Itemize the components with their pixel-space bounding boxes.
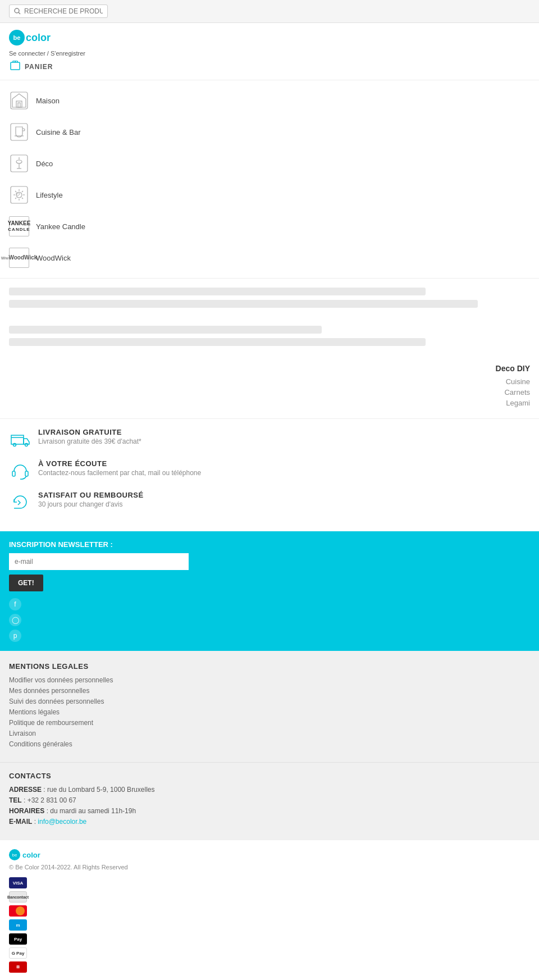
sidebar-item-maison[interactable]: Maison <box>0 85 539 116</box>
footer-link-livraison[interactable]: Livraison <box>9 730 530 737</box>
svg-rect-2 <box>11 62 20 70</box>
logo-circle: be <box>9 30 25 45</box>
feature-title-satisfait: SATISFAIT OU REMBOURSÉ <box>38 491 144 499</box>
svg-point-0 <box>15 8 19 13</box>
newsletter-section: INSCRIPTION NEWSLETTER : GET! f ◯ p <box>0 531 539 651</box>
svg-line-19 <box>15 191 16 192</box>
footer-link-conditions[interactable]: Conditions générales <box>9 740 530 748</box>
search-icon <box>14 8 21 15</box>
bottom-logo: be color <box>9 849 530 860</box>
search-input[interactable] <box>24 7 103 15</box>
svg-line-20 <box>22 198 23 199</box>
footer-legal: MENTIONS LEGALES Modifier vos données pe… <box>0 651 539 762</box>
newsletter-email-input[interactable] <box>9 553 189 570</box>
nav-label-cuisine: Cuisine & Bar <box>36 128 80 136</box>
svg-point-24 <box>25 444 28 446</box>
top-bar <box>0 0 539 23</box>
svg-rect-6 <box>11 124 28 140</box>
logo[interactable]: be color <box>9 30 530 45</box>
svg-point-29 <box>16 906 25 915</box>
home-icon <box>9 90 29 111</box>
footer-legal-title: MENTIONS LEGALES <box>9 662 530 671</box>
svg-line-1 <box>19 12 20 14</box>
payment-maestro: m <box>9 919 27 931</box>
placeholder-bar-2 <box>9 300 478 308</box>
svg-rect-5 <box>18 103 20 107</box>
feature-desc-livraison: Livraison gratuite dès 39€ d'achat* <box>38 437 141 445</box>
svg-line-21 <box>22 191 23 192</box>
contact-address: ADRESSE : rue du Lombard 5-9, 1000 Bruxe… <box>9 786 530 794</box>
woodwick-logo-icon: WwWoodWick <box>9 248 29 268</box>
svg-rect-26 <box>12 471 15 476</box>
footer-link-mes-donnees[interactable]: Mes données personnelles <box>9 687 530 695</box>
feature-title-livraison: LIVRAISON GRATUITE <box>38 428 141 436</box>
sidebar-item-lifestyle[interactable]: Lifestyle <box>0 179 539 211</box>
footer-link-suivi[interactable]: Suivi des données personnelles <box>9 698 530 705</box>
payment-applepay: Pay <box>9 933 27 945</box>
contact-email: E-MAIL : info@becolor.be <box>9 818 530 826</box>
feature-satisfait: SATISFAIT OU REMBOURSÉ 30 jours pour cha… <box>9 491 530 513</box>
deco-diy-link-legami[interactable]: Legami <box>9 399 530 407</box>
cup-icon <box>9 122 29 142</box>
instagram-icon[interactable]: ◯ <box>9 614 21 626</box>
feature-text-satisfait: SATISFAIT OU REMBOURSÉ 30 jours pour cha… <box>38 491 144 508</box>
nav-label-lifestyle: Lifestyle <box>36 191 63 199</box>
sidebar-item-yankee[interactable]: YANKEECANDLE Yankee Candle <box>0 211 539 242</box>
svg-rect-4 <box>16 101 22 107</box>
footer-link-mentions[interactable]: Mentions légales <box>9 708 530 716</box>
cart-label: PANIER <box>25 63 53 71</box>
payment-bancontact: Bancontact <box>9 891 27 902</box>
return-icon <box>9 491 31 513</box>
footer-link-politique[interactable]: Politique de remboursement <box>9 719 530 727</box>
sidebar-item-cuisine-bar[interactable]: Cuisine & Bar <box>0 116 539 148</box>
pinterest-icon[interactable]: p <box>9 630 21 642</box>
cart-row[interactable]: PANIER <box>9 61 530 73</box>
svg-rect-27 <box>25 471 28 476</box>
login-link[interactable]: Se connecter / S'enregistrer <box>9 49 530 57</box>
features-section: LIVRAISON GRATUITE Livraison gratuite dè… <box>0 418 539 531</box>
contact-horaires: HORAIRES : du mardi au samedi 11h-19h <box>9 807 530 815</box>
feature-desc-satisfait: 30 jours pour changer d'avis <box>38 500 144 508</box>
payment-icons: VISA Bancontact m Pay G Pay ⊞ <box>9 877 530 973</box>
social-icons: f ◯ p <box>9 598 530 642</box>
svg-point-10 <box>16 160 22 163</box>
contact-tel: TEL : +32 2 831 00 67 <box>9 796 530 804</box>
feature-desc-ecoute: Contactez-nous facilement par chat, mail… <box>38 469 201 477</box>
feature-text-ecoute: À VOTRE ÉCOUTE Contactez-nous facilement… <box>38 459 201 477</box>
facebook-icon[interactable]: f <box>9 598 21 610</box>
svg-line-22 <box>15 198 16 199</box>
nav-label-woodwick: WoodWick <box>36 254 71 262</box>
feature-ecoute: À VOTRE ÉCOUTE Contactez-nous facilement… <box>9 459 530 482</box>
headphone-icon <box>9 459 31 482</box>
deco-diy-link-cuisine[interactable]: Cuisine <box>9 377 530 386</box>
footer-link-modifier[interactable]: Modifier vos données personnelles <box>9 676 530 684</box>
payment-mastercard <box>9 905 27 917</box>
feature-livraison: LIVRAISON GRATUITE Livraison gratuite dè… <box>9 428 530 450</box>
svg-point-23 <box>13 444 16 446</box>
payment-gpay: G Pay <box>9 947 27 959</box>
bottom-logo-circle: be <box>9 849 20 860</box>
footer-contacts-title: CONTACTS <box>9 772 530 780</box>
payment-visa: VISA <box>9 877 27 888</box>
search-form[interactable] <box>9 4 108 18</box>
yankee-logo-icon: YANKEECANDLE <box>9 216 29 236</box>
feature-title-ecoute: À VOTRE ÉCOUTE <box>38 459 201 468</box>
nav-label-deco: Déco <box>36 159 53 168</box>
svg-rect-3 <box>11 92 28 109</box>
sidebar-item-woodwick[interactable]: WwWoodWick WoodWick <box>0 242 539 274</box>
bottom-footer: be color © Be Color 2014-2022. All Right… <box>0 840 539 980</box>
deco-diy-section: Deco DIY Cuisine Carnets Legami <box>0 355 539 418</box>
placeholder-bar-1 <box>9 288 426 295</box>
placeholder-section <box>0 279 539 355</box>
sidebar-item-deco[interactable]: Déco <box>0 148 539 179</box>
placeholder-bar-4 <box>9 338 426 346</box>
header: be color Se connecter / S'enregistrer PA… <box>0 23 539 80</box>
logo-label: color <box>26 32 51 44</box>
truck-icon <box>9 428 31 450</box>
cart-icon <box>9 61 21 73</box>
newsletter-submit-button[interactable]: GET! <box>9 575 43 591</box>
deco-diy-link-carnets[interactable]: Carnets <box>9 388 530 396</box>
bottom-logo-text: color <box>22 851 40 859</box>
contact-email-link[interactable]: info@becolor.be <box>38 818 86 826</box>
sidebar-nav: Maison Cuisine & Bar Déco <box>0 80 539 279</box>
